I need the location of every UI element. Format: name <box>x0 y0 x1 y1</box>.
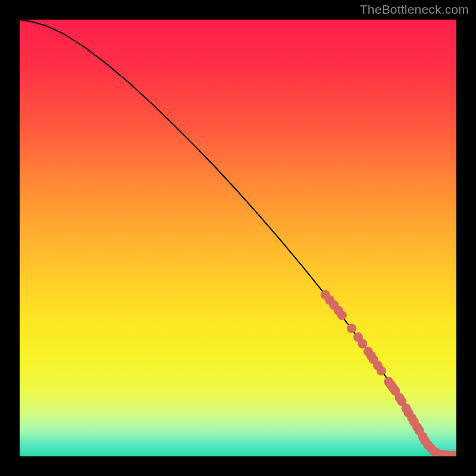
watermark-text: TheBottleneck.com <box>360 2 469 17</box>
marker-point <box>347 324 356 333</box>
marker-point <box>337 311 347 320</box>
chart-svg <box>20 20 456 456</box>
marker-group <box>321 290 456 456</box>
chart-area <box>20 20 456 456</box>
marker-point <box>358 339 367 349</box>
marker-point <box>377 366 386 375</box>
